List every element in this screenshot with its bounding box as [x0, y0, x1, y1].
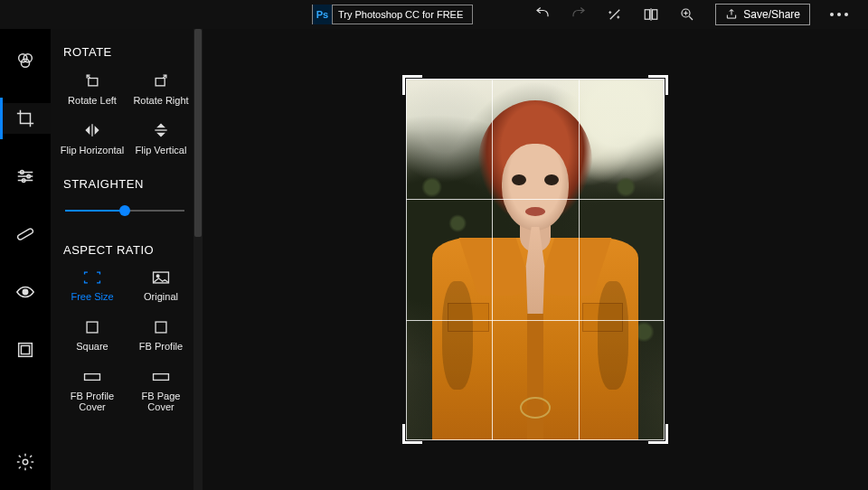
aspect-square[interactable]: Square: [60, 319, 125, 353]
undo-button[interactable]: [534, 6, 551, 23]
flip-vertical-label: Flip Vertical: [136, 145, 187, 156]
aspect-fb-profile-cover[interactable]: FB Profile Cover: [60, 369, 125, 413]
aspect-square-label: Square: [76, 341, 108, 353]
svg-point-5: [21, 59, 29, 67]
tool-rail: [0, 29, 51, 490]
eye-icon: [15, 282, 35, 302]
aspect-free-size[interactable]: Free Size: [60, 269, 125, 303]
straighten-slider[interactable]: [65, 203, 184, 218]
svg-point-13: [23, 459, 28, 465]
svg-rect-15: [156, 79, 165, 86]
bandage-icon: [15, 224, 35, 244]
svg-rect-19: [156, 322, 166, 333]
top-bar: Ps Try Photoshop CC for FREE Save/Share: [0, 0, 868, 29]
straighten-section-title: STRAIGHTEN: [60, 177, 193, 191]
try-photoshop-label: Try Photoshop CC for FREE: [338, 9, 463, 20]
square-icon: [82, 319, 102, 335]
svg-rect-18: [87, 322, 98, 333]
aspect-free-size-label: Free Size: [71, 291, 113, 303]
rail-looks[interactable]: [0, 45, 51, 76]
svg-point-17: [156, 275, 159, 278]
save-share-button[interactable]: Save/Share: [715, 4, 810, 25]
svg-rect-12: [21, 345, 29, 353]
crop-icon: [15, 108, 35, 128]
compare-icon: [643, 6, 659, 23]
aspect-original-label: Original: [144, 291, 178, 303]
rail-adjust[interactable]: [0, 161, 51, 192]
rotate-right-icon: [152, 71, 170, 90]
save-share-label: Save/Share: [743, 8, 800, 21]
more-menu-button[interactable]: [830, 13, 848, 16]
fb-page-cover-icon: [151, 369, 171, 385]
rail-redeye[interactable]: [0, 277, 51, 307]
gear-icon: [15, 452, 35, 472]
svg-rect-1: [653, 10, 657, 20]
zoom-in-icon: [679, 6, 695, 23]
rail-crop[interactable]: [0, 103, 51, 134]
rotate-left-icon: [83, 71, 101, 90]
panel-scroll-thumb[interactable]: [194, 29, 202, 237]
aspect-fb-page-cover[interactable]: FB Page Cover: [128, 369, 193, 413]
aspect-fb-profile-cover-label: FB Profile Cover: [60, 391, 125, 413]
svg-rect-9: [17, 228, 34, 240]
rail-frames[interactable]: [0, 335, 51, 365]
flip-horizontal-button[interactable]: Flip Horizontal: [60, 121, 125, 156]
rotate-section-title: ROTATE: [60, 45, 193, 59]
flip-vertical-button[interactable]: Flip Vertical: [128, 121, 193, 156]
looks-icon: [15, 51, 35, 71]
undo-icon: [534, 6, 551, 23]
flip-vertical-icon: [152, 121, 170, 139]
photoshop-icon: Ps: [313, 5, 333, 24]
aspect-fb-profile-label: FB Profile: [139, 341, 183, 353]
redo-icon: [571, 6, 587, 23]
rotate-right-button[interactable]: Rotate Right: [128, 71, 193, 107]
svg-rect-20: [85, 373, 100, 380]
panel-scroll-track[interactable]: [193, 29, 203, 490]
svg-point-4: [24, 54, 32, 62]
free-size-icon: [82, 269, 102, 286]
compare-button[interactable]: [643, 6, 659, 23]
photo-preview: [406, 79, 665, 440]
aspect-fb-profile[interactable]: FB Profile: [128, 319, 193, 353]
svg-rect-14: [89, 79, 98, 86]
rotate-right-label: Rotate Right: [133, 95, 188, 107]
svg-rect-21: [154, 373, 169, 380]
auto-enhance-button[interactable]: [607, 6, 623, 23]
rail-heal[interactable]: [0, 219, 51, 250]
fb-profile-cover-icon: [82, 369, 102, 385]
sliders-icon: [15, 166, 35, 186]
aspect-original[interactable]: Original: [128, 269, 193, 303]
aspect-section-title: ASPECT RATIO: [60, 243, 193, 257]
sparkle-icon: [607, 6, 623, 23]
frame-icon: [15, 340, 35, 360]
image-icon: [151, 269, 171, 286]
crop-frame[interactable]: [406, 79, 665, 440]
svg-point-10: [23, 289, 28, 295]
rail-settings[interactable]: [0, 447, 51, 477]
flip-horizontal-icon: [83, 121, 101, 139]
svg-rect-0: [646, 10, 650, 20]
rotate-left-button[interactable]: Rotate Left: [60, 71, 125, 107]
zoom-button[interactable]: [679, 6, 695, 23]
canvas-area[interactable]: [203, 29, 868, 490]
flip-horizontal-label: Flip Horizontal: [61, 145, 124, 156]
crop-panel: ROTATE Rotate Left Rotate Right Flip Hor…: [51, 29, 203, 490]
redo-button[interactable]: [571, 6, 587, 23]
try-photoshop-button[interactable]: Ps Try Photoshop CC for FREE: [312, 5, 473, 24]
share-icon: [725, 8, 738, 21]
aspect-fb-page-cover-label: FB Page Cover: [128, 391, 193, 413]
fb-profile-icon: [151, 319, 171, 335]
rotate-left-label: Rotate Left: [68, 95, 117, 107]
